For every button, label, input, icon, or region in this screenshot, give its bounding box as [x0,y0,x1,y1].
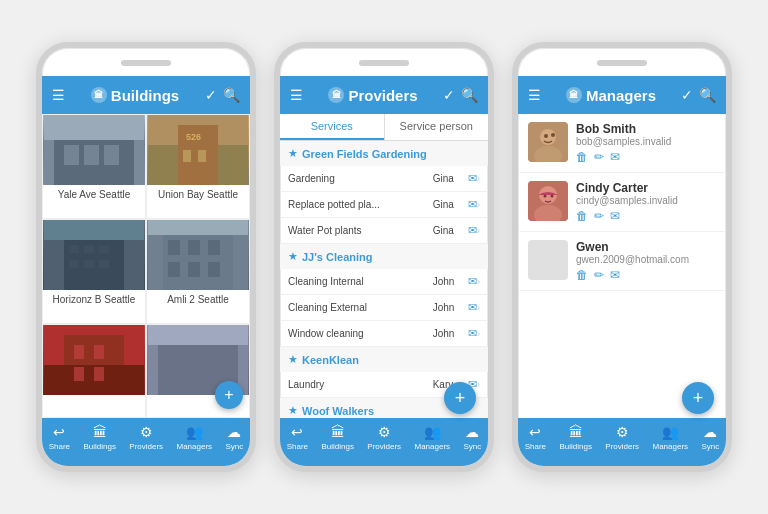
share-icon: ↩ [529,424,541,440]
search-icon[interactable]: 🔍 [223,87,240,103]
building-image-horizonz [43,220,145,290]
chevron-icon: › [477,276,480,287]
nav-buildings[interactable]: 🏛 Buildings [555,422,595,460]
delete-icon[interactable]: 🗑 [576,209,588,223]
svg-rect-28 [188,262,200,277]
chevron-icon: › [477,199,480,210]
delete-icon[interactable]: 🗑 [576,268,588,282]
star-icon: ★ [288,250,298,263]
svg-point-43 [544,134,548,138]
check-icon[interactable]: ✓ [443,87,455,103]
svg-rect-23 [148,220,248,235]
managers-header-icon: 🏛 [566,87,582,103]
mail-icon[interactable]: ✉ [610,150,620,164]
add-manager-fab[interactable]: + [682,382,714,414]
svg-rect-26 [208,240,220,255]
list-item[interactable]: Window cleaning John ✉ › [280,321,488,347]
buildings-nav-icon: 🏛 [93,424,107,440]
svg-point-48 [544,195,547,198]
nav-providers[interactable]: ⚙ Providers [125,422,167,460]
list-item[interactable]: Gardening Gina ✉ › [280,166,488,192]
list-item[interactable]: Yale Ave Seattle [42,114,146,219]
building-name-5 [92,395,96,403]
mail-icon: ✉ [468,275,477,288]
nav-share[interactable]: ↩ Share [45,422,74,460]
list-item[interactable]: Horizonz B Seattle [42,219,146,324]
list-item[interactable] [42,324,146,418]
provider-group-keenklean[interactable]: ★ KeenKlean [280,347,488,372]
list-item[interactable]: Cleaning Internal John ✉ › [280,269,488,295]
list-item[interactable]: Cindy Carter cindy@samples.invalid 🗑 ✏ ✉ [518,173,726,232]
add-provider-fab[interactable]: + [444,382,476,414]
menu-icon[interactable]: ☰ [528,87,541,103]
nav-managers[interactable]: 👥 Managers [648,422,692,460]
svg-point-44 [551,133,555,137]
manager-email: bob@samples.invalid [576,136,716,147]
check-icon[interactable]: ✓ [205,87,217,103]
tab-service-person[interactable]: Service person [385,114,489,140]
avatar-bob [528,122,568,162]
edit-icon[interactable]: ✏ [594,268,604,282]
providers-list: ★ Green Fields Gardening Gardening Gina … [280,141,488,418]
search-icon[interactable]: 🔍 [461,87,478,103]
svg-rect-17 [99,245,109,253]
nav-sync[interactable]: ☁ Sync [697,422,723,460]
nav-buildings[interactable]: 🏛 Buildings [79,422,119,460]
nav-buildings[interactable]: 🏛 Buildings [317,422,357,460]
delete-icon[interactable]: 🗑 [576,150,588,164]
svg-rect-27 [168,262,180,277]
provider-group-jjs[interactable]: ★ JJ's Cleaning [280,244,488,269]
nav-share[interactable]: ↩ Share [283,422,312,460]
nav-providers[interactable]: ⚙ Providers [363,422,405,460]
manager-name: Bob Smith [576,122,716,136]
nav-share[interactable]: ↩ Share [521,422,550,460]
sync-nav-icon: ☁ [703,424,717,440]
list-item[interactable]: Gwen gwen.2009@hotmail.com 🗑 ✏ ✉ [518,232,726,291]
nav-sync[interactable]: ☁ Sync [221,422,247,460]
manager-info-bob: Bob Smith bob@samples.invalid 🗑 ✏ ✉ [576,122,716,164]
svg-rect-34 [94,345,104,359]
mail-icon: ✉ [468,224,477,237]
list-item[interactable]: Replace potted pla... Gina ✉ › [280,192,488,218]
list-item[interactable]: Water Pot plants Gina ✉ › [280,218,488,244]
nav-managers[interactable]: 👥 Managers [172,422,216,460]
add-building-fab[interactable]: + [215,381,243,409]
provider-group-green-fields[interactable]: ★ Green Fields Gardening [280,141,488,166]
check-icon[interactable]: ✓ [681,87,693,103]
svg-rect-33 [74,345,84,359]
svg-rect-3 [64,145,79,165]
menu-icon[interactable]: ☰ [290,87,303,103]
nav-managers[interactable]: 👥 Managers [410,422,454,460]
building-name-yale: Yale Ave Seattle [56,185,132,204]
building-name-union: Union Bay Seattle [156,185,240,204]
svg-rect-24 [168,240,180,255]
nav-providers[interactable]: ⚙ Providers [601,422,643,460]
providers-nav-icon: ⚙ [378,424,391,440]
star-icon: ★ [288,404,298,417]
search-icon[interactable]: 🔍 [699,87,716,103]
mail-icon[interactable]: ✉ [610,268,620,282]
providers-title: 🏛 Providers [309,87,437,104]
tab-services[interactable]: Services [280,114,384,140]
mail-icon: ✉ [468,198,477,211]
list-item[interactable]: Cleaning External John ✉ › [280,295,488,321]
svg-rect-25 [188,240,200,255]
chevron-icon: › [477,379,480,390]
manager-name: Cindy Carter [576,181,716,195]
list-item[interactable]: Amli 2 Seattle [146,219,250,324]
edit-icon[interactable]: ✏ [594,209,604,223]
building-image-yale [43,115,145,185]
providers-nav-icon: ⚙ [616,424,629,440]
list-item[interactable]: Bob Smith bob@samples.invalid 🗑 ✏ ✉ [518,114,726,173]
nav-sync[interactable]: ☁ Sync [459,422,485,460]
edit-icon[interactable]: ✏ [594,150,604,164]
buildings-header: ☰ 🏛 Buildings ✓ 🔍 [42,76,250,114]
list-item[interactable]: + [146,324,250,418]
mail-icon[interactable]: ✉ [610,209,620,223]
svg-rect-39 [148,325,248,345]
svg-rect-4 [84,145,99,165]
list-item[interactable]: 526 Union Bay Seattle [146,114,250,219]
menu-icon[interactable]: ☰ [52,87,65,103]
share-icon: ↩ [53,424,65,440]
svg-rect-19 [84,260,94,268]
